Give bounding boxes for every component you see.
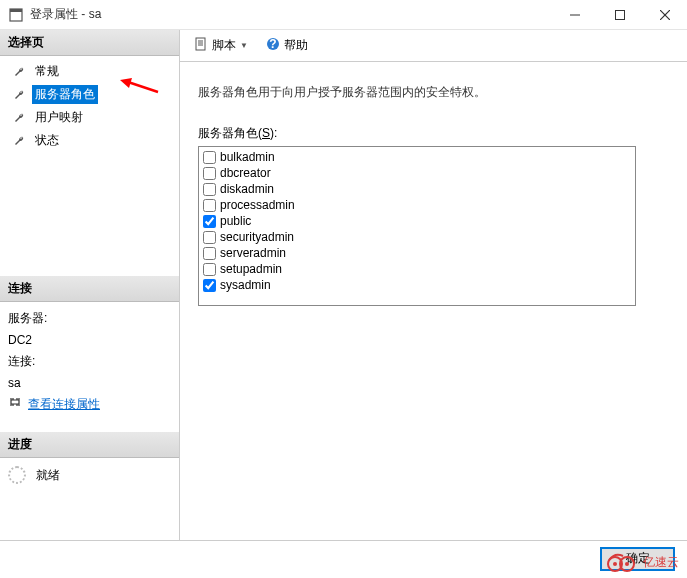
server-value: DC2: [8, 330, 171, 352]
role-row[interactable]: processadmin: [201, 197, 633, 213]
server-label: 服务器:: [8, 308, 171, 330]
script-button[interactable]: 脚本 ▼: [188, 34, 254, 57]
window-icon: [8, 7, 24, 23]
role-row[interactable]: serveradmin: [201, 245, 633, 261]
role-checkbox[interactable]: [203, 231, 216, 244]
roles-label: 服务器角色(S):: [198, 125, 669, 142]
role-row[interactable]: setupadmin: [201, 261, 633, 277]
role-checkbox[interactable]: [203, 183, 216, 196]
view-connection-props-link[interactable]: 查看连接属性: [28, 394, 100, 416]
role-checkbox[interactable]: [203, 279, 216, 292]
connection-panel: 服务器: DC2 连接: sa 查看连接属性: [0, 302, 179, 432]
role-row[interactable]: dbcreator: [201, 165, 633, 181]
role-row[interactable]: public: [201, 213, 633, 229]
role-name: sysadmin: [220, 278, 271, 292]
sidebar: 选择页 常规 服务器角色 用户映射 状态 连接 服务器: DC2 连接:: [0, 30, 180, 540]
svg-line-12: [128, 82, 158, 92]
connection-value: sa: [8, 373, 171, 395]
svg-marker-13: [120, 78, 132, 88]
role-row[interactable]: sysadmin: [201, 277, 633, 293]
role-name: serveradmin: [220, 246, 286, 260]
maximize-button[interactable]: [597, 0, 642, 29]
sidebar-item-label: 状态: [32, 131, 62, 150]
sidebar-item-label: 用户映射: [32, 108, 86, 127]
connection-icon: [8, 394, 22, 416]
sidebar-item-status[interactable]: 状态: [0, 129, 179, 152]
role-checkbox[interactable]: [203, 215, 216, 228]
window-title: 登录属性 - sa: [30, 6, 552, 23]
select-page-header: 选择页: [0, 30, 179, 56]
role-checkbox[interactable]: [203, 199, 216, 212]
role-name: setupadmin: [220, 262, 282, 276]
role-row[interactable]: bulkadmin: [201, 149, 633, 165]
role-name: securityadmin: [220, 230, 294, 244]
role-name: diskadmin: [220, 182, 274, 196]
role-checkbox[interactable]: [203, 167, 216, 180]
toolbar: 脚本 ▼ ? 帮助: [180, 30, 687, 62]
content-area: 服务器角色用于向用户授予服务器范围内的安全特权。 服务器角色(S): bulka…: [180, 62, 687, 540]
role-name: dbcreator: [220, 166, 271, 180]
role-checkbox[interactable]: [203, 151, 216, 164]
svg-text:?: ?: [269, 37, 276, 51]
role-name: public: [220, 214, 251, 228]
chevron-down-icon: ▼: [240, 41, 248, 50]
role-name: processadmin: [220, 198, 295, 212]
help-icon: ?: [266, 37, 280, 54]
wrench-icon: [14, 111, 28, 125]
svg-rect-1: [10, 9, 22, 12]
close-button[interactable]: [642, 0, 687, 29]
minimize-button[interactable]: [552, 0, 597, 29]
annotation-arrow-icon: [120, 78, 160, 96]
svg-point-17: [625, 562, 629, 566]
script-label: 脚本: [212, 37, 236, 54]
window-controls: [552, 0, 687, 29]
help-button[interactable]: ? 帮助: [260, 34, 314, 57]
wrench-icon: [14, 88, 28, 102]
progress-panel: 就绪: [0, 458, 179, 492]
progress-header: 进度: [0, 432, 179, 458]
role-row[interactable]: diskadmin: [201, 181, 633, 197]
svg-rect-3: [615, 10, 624, 19]
watermark-logo-icon: [605, 550, 639, 574]
progress-status: 就绪: [36, 467, 60, 484]
watermark: 亿速云: [605, 550, 679, 574]
connection-label: 连接:: [8, 351, 171, 373]
wrench-icon: [14, 65, 28, 79]
watermark-text: 亿速云: [643, 554, 679, 571]
server-roles-listbox[interactable]: bulkadmindbcreatordiskadminprocessadminp…: [198, 146, 636, 306]
role-checkbox[interactable]: [203, 263, 216, 276]
wrench-icon: [14, 134, 28, 148]
progress-spinner-icon: [8, 466, 26, 484]
sidebar-item-label: 服务器角色: [32, 85, 98, 104]
help-label: 帮助: [284, 37, 308, 54]
description-text: 服务器角色用于向用户授予服务器范围内的安全特权。: [198, 84, 669, 101]
script-icon: [194, 37, 208, 54]
dialog-footer: 确定: [0, 540, 687, 576]
role-name: bulkadmin: [220, 150, 275, 164]
connection-header: 连接: [0, 276, 179, 302]
titlebar: 登录属性 - sa: [0, 0, 687, 30]
sidebar-item-label: 常规: [32, 62, 62, 81]
svg-point-16: [613, 562, 617, 566]
sidebar-item-user-mapping[interactable]: 用户映射: [0, 106, 179, 129]
role-row[interactable]: securityadmin: [201, 229, 633, 245]
main-panel: 脚本 ▼ ? 帮助 服务器角色用于向用户授予服务器范围内的安全特权。 服务器角色…: [180, 30, 687, 540]
role-checkbox[interactable]: [203, 247, 216, 260]
svg-rect-6: [196, 38, 205, 50]
